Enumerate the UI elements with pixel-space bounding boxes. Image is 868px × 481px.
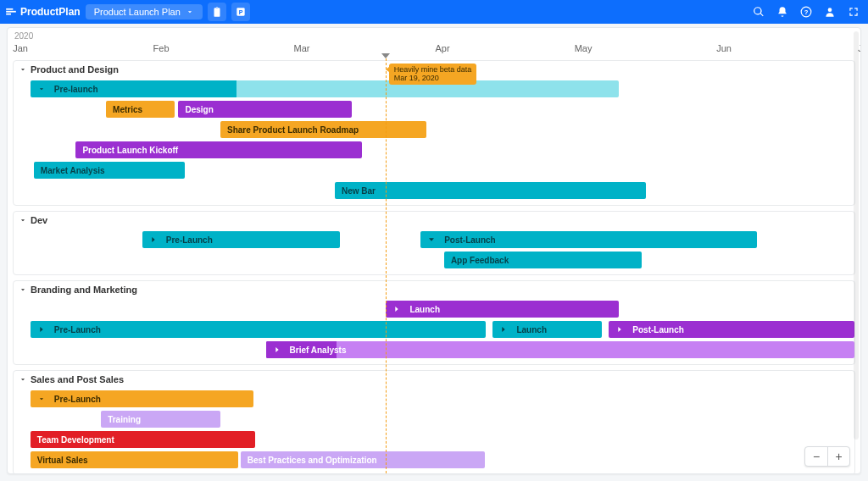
- account-button[interactable]: [821, 3, 839, 21]
- timeline-bar[interactable]: Pre-Launch: [142, 231, 340, 248]
- zoom-out-button[interactable]: −: [805, 447, 827, 466]
- board-wrapper: 2020 JanFebMarAprMayJunJ Heavily mine be…: [0, 24, 868, 481]
- svg-text:P: P: [238, 9, 242, 15]
- month-label: Mar: [294, 43, 310, 53]
- timeline-bar[interactable]: Training: [101, 411, 220, 428]
- lane-row: Pre-Launch: [14, 390, 854, 408]
- lane-row: Virtual SalesBest Practices and Optimiza…: [14, 451, 854, 469]
- lane-body: Pre-launchMetricsDesignShare Product Lau…: [14, 80, 854, 205]
- timeline-board: 2020 JanFebMarAprMayJunJ Heavily mine be…: [7, 27, 861, 474]
- month-label: Jun: [716, 43, 732, 53]
- month-ruler: JanFebMarAprMayJunJ: [8, 43, 860, 58]
- timeline-bar[interactable]: Post-Launch: [420, 231, 757, 248]
- lane-body: LaunchPre-LaunchLaunchPost-LaunchBrief A…: [14, 300, 854, 364]
- bar-label: Product Launch Kickoff: [82, 146, 178, 155]
- p-icon: P: [235, 6, 247, 18]
- timeline-bar[interactable]: Design: [178, 101, 351, 118]
- timeline-bar[interactable]: Market Analysis: [34, 162, 186, 179]
- bar-label: Team Development: [37, 435, 114, 445]
- bar-label: Market Analysis: [41, 166, 105, 175]
- bar-label: Post-Launch: [632, 325, 684, 334]
- bar-label: Pre-Launch: [54, 395, 101, 404]
- lane-header[interactable]: Dev: [14, 212, 854, 229]
- month-label: May: [575, 43, 593, 53]
- svg-rect-1: [6, 11, 16, 13]
- svg-rect-0: [6, 8, 13, 10]
- notifications-button[interactable]: [773, 3, 792, 21]
- zoom-in-button[interactable]: +: [827, 447, 849, 466]
- timeline-bar[interactable]: Launch: [386, 301, 619, 318]
- scrollbar[interactable]: [854, 31, 859, 440]
- lane: DevPre-LaunchPost-LaunchApp Feedback: [13, 211, 855, 275]
- timeline-bar[interactable]: Team Development: [31, 431, 255, 448]
- today-callout[interactable]: Heavily mine beta data Mar 19, 2020: [389, 64, 477, 85]
- today-marker-line: [386, 58, 387, 473]
- bar-label: Launch: [409, 305, 440, 314]
- svg-text:?: ?: [804, 8, 809, 16]
- help-button[interactable]: ?: [797, 3, 815, 21]
- brand[interactable]: ProductPlan: [5, 6, 81, 18]
- expand-icon: [848, 6, 860, 18]
- search-button[interactable]: [749, 3, 768, 21]
- bar-label: New Bar: [342, 186, 376, 196]
- fullscreen-button[interactable]: [844, 3, 863, 21]
- timeline-bar[interactable]: Metrics: [106, 101, 175, 118]
- bar-label: Metrics: [113, 105, 142, 114]
- year-label: 2020: [14, 31, 33, 41]
- lane-body: Pre-LaunchPost-LaunchApp Feedback: [14, 230, 854, 274]
- lane-title: Branding and Marketing: [31, 285, 137, 295]
- chevron-down-icon: [186, 8, 194, 16]
- lane-row: Market Analysis: [14, 161, 854, 180]
- lane-title: Dev: [31, 215, 47, 225]
- bell-icon: [776, 6, 788, 18]
- lane: Sales and Post SalesPre-LaunchTrainingTe…: [13, 370, 855, 473]
- bar-label: Training: [108, 415, 141, 424]
- bar-label: Share Product Launch Roadmap: [227, 125, 359, 135]
- lane-row: Product Launch Kickoff: [14, 141, 854, 159]
- timeline-bar[interactable]: Post-Launch: [609, 321, 854, 338]
- plan-selector[interactable]: Product Launch Plan: [86, 4, 203, 19]
- lane-row: New Bar: [14, 181, 854, 200]
- lane: Branding and MarketingLaunchPre-LaunchLa…: [13, 280, 855, 365]
- timeline-bar[interactable]: Share Product Launch Roadmap: [220, 121, 426, 138]
- bar-label: Launch: [516, 325, 547, 334]
- lane-row: Share Product Launch Roadmap: [14, 120, 854, 139]
- plan-name: Product Launch Plan: [94, 7, 181, 17]
- svg-rect-2: [6, 14, 11, 15]
- timeline-bar[interactable]: Best Practices and Optimization: [241, 451, 485, 468]
- timeline-bar[interactable]: Brief Analysts: [266, 341, 854, 358]
- month-label: Feb: [153, 43, 170, 53]
- lane-row: Team Development: [14, 430, 854, 449]
- brand-icon: [5, 6, 17, 18]
- timeline-bar[interactable]: Pre-launch: [31, 80, 619, 97]
- month-label: Apr: [435, 43, 449, 53]
- timeline-bar[interactable]: Launch: [492, 321, 602, 338]
- lane-header[interactable]: Branding and Marketing: [14, 281, 854, 298]
- callout-date: Mar 19, 2020: [394, 74, 472, 82]
- lane-row: Launch: [14, 300, 854, 318]
- bar-label: App Feedback: [451, 256, 509, 265]
- bar-label: Best Practices and Optimization: [248, 456, 377, 465]
- user-icon: [824, 6, 836, 18]
- timeline-bar[interactable]: New Bar: [335, 182, 646, 199]
- lanes-container: Product and DesignPre-launchMetricsDesig…: [8, 58, 860, 473]
- lane-row: Pre-LaunchLaunchPost-Launch: [14, 320, 854, 339]
- timeline-bar[interactable]: Virtual Sales: [31, 451, 238, 468]
- bar-label: Virtual Sales: [37, 456, 88, 465]
- timeline-bar[interactable]: Pre-Launch: [31, 390, 253, 407]
- clipboard-button[interactable]: [208, 3, 226, 21]
- bar-label: Pre-Launch: [166, 235, 213, 245]
- lane-row: Brief Analysts: [14, 340, 854, 359]
- lane-header[interactable]: Sales and Post Sales: [14, 371, 854, 388]
- brand-label: ProductPlan: [20, 6, 81, 18]
- timeline-bar[interactable]: App Feedback: [444, 252, 642, 268]
- bar-label: Post-Launch: [444, 235, 496, 245]
- svg-point-7: [828, 8, 832, 12]
- today-marker-handle[interactable]: [381, 53, 390, 58]
- callout-title: Heavily mine beta data: [394, 65, 472, 74]
- lane-title: Sales and Post Sales: [31, 374, 124, 384]
- timeline-bar[interactable]: Product Launch Kickoff: [75, 141, 361, 158]
- timeline-bar[interactable]: Pre-Launch: [31, 321, 487, 338]
- parking-button[interactable]: P: [231, 3, 250, 21]
- lane-title: Product and Design: [31, 64, 119, 75]
